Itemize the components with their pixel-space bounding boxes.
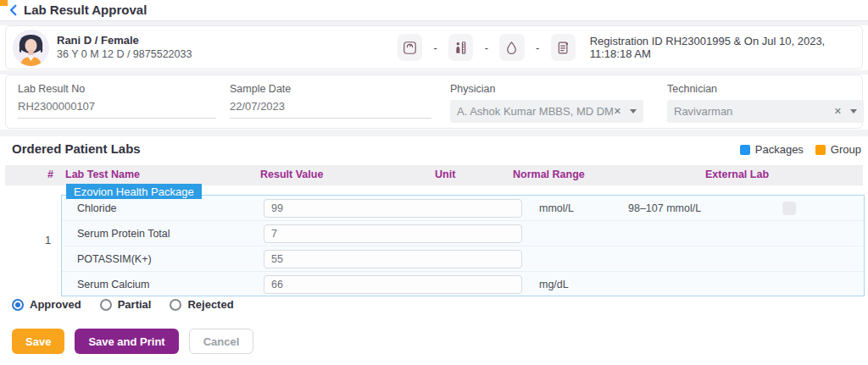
col-header-result-value: Result Value bbox=[260, 169, 323, 180]
result-value-input[interactable] bbox=[264, 275, 522, 294]
approval-status-group: Approved Partial Rejected bbox=[12, 298, 234, 311]
technician-selected-value: Ravivarman bbox=[674, 105, 834, 118]
sample-date-label: Sample Date bbox=[230, 83, 431, 95]
col-header-lab-test-name: Lab Test Name bbox=[65, 169, 140, 180]
lab-result-no-value[interactable]: RH2300000107 bbox=[18, 100, 216, 119]
cancel-button[interactable]: Cancel bbox=[189, 329, 254, 354]
sample-date-value[interactable]: 22/07/2023 bbox=[230, 100, 431, 119]
radio-partial-label: Partial bbox=[118, 298, 152, 311]
legend-packages-label: Packages bbox=[755, 143, 804, 156]
radio-approved[interactable]: Approved bbox=[12, 298, 81, 311]
table-row: POTASSIM(K+) bbox=[62, 246, 864, 272]
action-buttons: Save Save and Print Cancel bbox=[12, 329, 253, 354]
physician-label: Physician bbox=[450, 83, 643, 95]
group-color-swatch bbox=[815, 145, 826, 155]
col-header-normal-range: Normal Range bbox=[513, 169, 585, 180]
chevron-left-icon bbox=[6, 3, 21, 18]
radio-unselected-icon[interactable] bbox=[100, 299, 112, 311]
radio-selected-icon[interactable] bbox=[12, 299, 24, 311]
radio-rejected[interactable]: Rejected bbox=[170, 298, 233, 311]
lab-result-no-label: Lab Result No bbox=[18, 83, 216, 95]
chevron-down-icon[interactable] bbox=[630, 109, 637, 113]
radio-rejected-label: Rejected bbox=[187, 298, 233, 311]
physician-select[interactable]: A. Ashok Kumar MBBS, MD DM ✕ bbox=[450, 100, 643, 123]
height-value: - bbox=[482, 41, 490, 54]
result-value-input[interactable] bbox=[264, 199, 522, 218]
legend-packages: Packages bbox=[740, 143, 804, 156]
packages-color-swatch bbox=[740, 145, 750, 155]
unit-value: mg/dL bbox=[539, 279, 569, 290]
page-title: Lab Result Approval bbox=[24, 3, 147, 17]
patient-name: Rani D / Female bbox=[57, 34, 139, 47]
table-row: Serum Protein Total bbox=[62, 221, 864, 246]
result-value-input[interactable] bbox=[264, 224, 522, 243]
physician-selected-value: A. Ashok Kumar MBBS, MD DM bbox=[457, 105, 614, 118]
legend: Packages Group bbox=[740, 143, 861, 156]
save-button[interactable]: Save bbox=[12, 329, 64, 354]
package-row-number: 1 bbox=[45, 234, 51, 246]
patient-vitals: - - - bbox=[398, 34, 862, 61]
table-row: Serum Calcium mg/dL bbox=[62, 272, 864, 297]
registration-doc-icon bbox=[551, 34, 576, 61]
back-button[interactable] bbox=[6, 3, 21, 18]
patient-age-contact: 36 Y 0 M 12 D / 9875522033 bbox=[57, 48, 192, 60]
lab-result-no-field: Lab Result No RH2300000107 bbox=[18, 83, 216, 119]
registration-info: Registration ID RH23001995 & On Jul 10, … bbox=[590, 35, 862, 60]
lab-test-name: Chloride bbox=[77, 202, 117, 214]
package-badge: Ezovion Health Package bbox=[66, 184, 202, 199]
package-tests-group: Chloride mmol/L 98–107 mmol/L Serum Prot… bbox=[61, 195, 865, 296]
radio-approved-label: Approved bbox=[30, 298, 81, 311]
legend-group-label: Group bbox=[831, 143, 861, 156]
top-bar: Lab Result Approval bbox=[0, 0, 868, 21]
chevron-down-icon[interactable] bbox=[850, 109, 857, 113]
result-value-input[interactable] bbox=[264, 250, 522, 268]
table-row: Chloride mmol/L 98–107 mmol/L bbox=[62, 196, 864, 221]
unit-value: mmol/L bbox=[539, 202, 574, 214]
technician-field: Technician Ravivarman ✕ bbox=[667, 83, 864, 123]
lab-result-form: Lab Result No RH2300000107 Sample Date 2… bbox=[5, 75, 863, 129]
save-and-print-button[interactable]: Save and Print bbox=[75, 329, 178, 354]
patient-avatar bbox=[13, 30, 49, 66]
labs-table-header: # Lab Test Name Result Value Unit Normal… bbox=[5, 165, 863, 185]
radio-unselected-icon[interactable] bbox=[170, 299, 181, 311]
patient-info-bar: Rani D / Female 36 Y 0 M 12 D / 98755220… bbox=[5, 25, 863, 69]
col-header-unit: Unit bbox=[435, 169, 455, 180]
physician-field: Physician A. Ashok Kumar MBBS, MD DM ✕ bbox=[450, 83, 643, 123]
technician-select[interactable]: Ravivarman ✕ bbox=[667, 100, 864, 123]
col-header-external-lab: External Lab bbox=[705, 169, 769, 180]
lab-test-name: Serum Calcium bbox=[77, 279, 149, 290]
weight-value: - bbox=[431, 41, 439, 54]
divider bbox=[0, 130, 868, 136]
section-title: Ordered Patient Labs bbox=[12, 141, 141, 156]
weight-scale-icon bbox=[398, 34, 422, 61]
external-lab-checkbox[interactable] bbox=[782, 202, 796, 215]
lab-test-name: Serum Protein Total bbox=[77, 228, 170, 240]
lab-test-name: POTASSIM(K+) bbox=[77, 253, 152, 265]
clear-icon[interactable]: ✕ bbox=[834, 106, 842, 117]
clear-icon[interactable]: ✕ bbox=[614, 106, 621, 117]
sample-date-field: Sample Date 22/07/2023 bbox=[230, 83, 431, 119]
normal-range-value: 98–107 mmol/L bbox=[628, 202, 701, 214]
blood-group-value: - bbox=[534, 41, 542, 54]
height-scale-icon bbox=[448, 34, 473, 61]
col-header-index: # bbox=[47, 169, 53, 180]
radio-partial[interactable]: Partial bbox=[100, 298, 152, 311]
technician-label: Technician bbox=[667, 83, 864, 95]
blood-drop-icon bbox=[499, 34, 524, 61]
legend-group: Group bbox=[815, 143, 861, 156]
